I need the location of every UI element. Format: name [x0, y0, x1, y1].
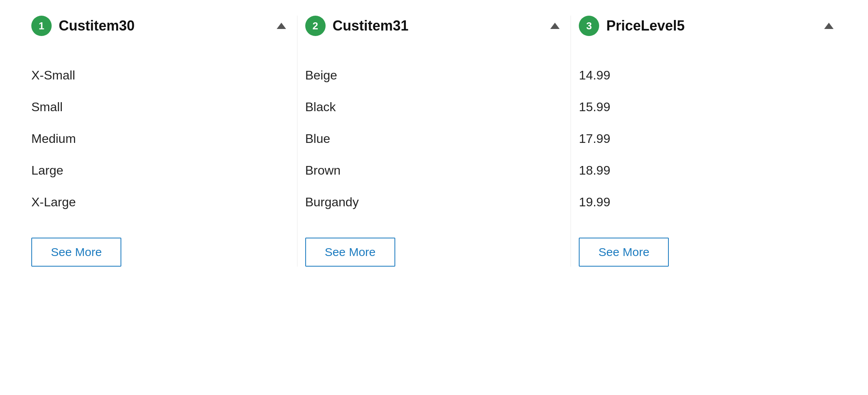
list-item: X-Large [31, 186, 289, 218]
column-title-1: Custitem30 [59, 18, 267, 34]
badge-1: 1 [31, 16, 52, 36]
column-2: 2Custitem31BeigeBlackBlueBrownBurgandySe… [297, 16, 571, 267]
list-item: 17.99 [579, 123, 837, 155]
list-item: Black [305, 91, 563, 123]
list-item: Medium [31, 123, 289, 155]
column-header-1: 1Custitem30 [31, 16, 289, 44]
see-more-button-1[interactable]: See More [31, 238, 121, 267]
column-3: 3PriceLevel514.9915.9917.9918.9919.99See… [571, 16, 845, 267]
items-list-1: X-SmallSmallMediumLargeX-Large [31, 60, 289, 218]
list-item: 18.99 [579, 155, 837, 186]
see-more-button-2[interactable]: See More [305, 238, 395, 267]
see-more-button-3[interactable]: See More [579, 238, 669, 267]
chevron-up-icon-1 [277, 23, 286, 29]
list-item: 19.99 [579, 186, 837, 218]
list-item: 15.99 [579, 91, 837, 123]
list-item: Beige [305, 60, 563, 91]
column-1: 1Custitem30X-SmallSmallMediumLargeX-Larg… [23, 16, 297, 267]
list-item: Small [31, 91, 289, 123]
chevron-up-icon-2 [550, 23, 560, 29]
column-title-2: Custitem31 [333, 18, 540, 34]
chevron-up-button-3[interactable] [821, 21, 837, 31]
list-item: Burgandy [305, 186, 563, 218]
items-list-3: 14.9915.9917.9918.9919.99 [579, 60, 837, 218]
list-item: 14.99 [579, 60, 837, 91]
chevron-up-icon-3 [824, 23, 834, 29]
badge-2: 2 [305, 16, 326, 36]
list-item: Brown [305, 155, 563, 186]
column-header-2: 2Custitem31 [305, 16, 563, 44]
columns-container: 1Custitem30X-SmallSmallMediumLargeX-Larg… [23, 16, 845, 267]
list-item: Blue [305, 123, 563, 155]
list-item: X-Small [31, 60, 289, 91]
chevron-up-button-2[interactable] [547, 21, 563, 31]
badge-3: 3 [579, 16, 599, 36]
column-title-3: PriceLevel5 [606, 18, 814, 34]
list-item: Large [31, 155, 289, 186]
column-header-3: 3PriceLevel5 [579, 16, 837, 44]
chevron-up-button-1[interactable] [274, 21, 289, 31]
items-list-2: BeigeBlackBlueBrownBurgandy [305, 60, 563, 218]
